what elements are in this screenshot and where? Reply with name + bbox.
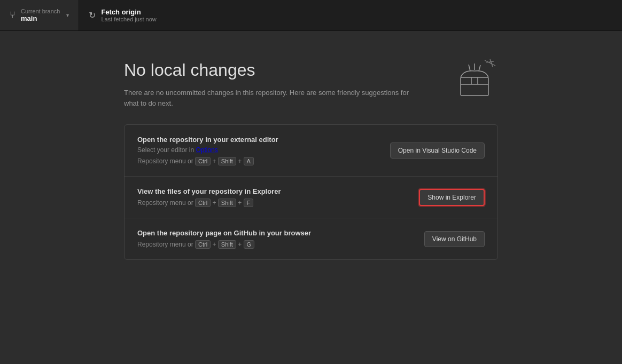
desc-text-1: There are no uncommitted changes in this… xyxy=(124,89,409,97)
fetch-info: Fetch origin Last fetched just now xyxy=(101,8,156,22)
key-ctrl-2: Ctrl xyxy=(195,199,211,207)
chevron-down-icon: ▾ xyxy=(66,12,69,18)
suggestion-1-shortcut: Repository menu or Ctrl + Shift + A xyxy=(137,157,379,165)
page-description: There are no uncommitted changes in this… xyxy=(124,88,413,108)
hint-1-prefix: Select your editor in xyxy=(137,146,196,154)
suggestion-3-shortcut: Repository menu or Ctrl + Shift + G xyxy=(137,240,414,249)
desc-text-2: what to do next. xyxy=(124,99,173,107)
suggestion-explorer: View the files of your repository in Exp… xyxy=(125,177,497,218)
fetch-origin-button[interactable]: ↻ Fetch origin Last fetched just now xyxy=(79,0,166,30)
suggestion-2-title: View the files of your repository in Exp… xyxy=(137,187,408,195)
repo-illustration xyxy=(450,55,498,103)
suggestion-3-title: Open the repository page on GitHub in yo… xyxy=(137,229,414,237)
content-wrapper: No local changes There are no uncommitte… xyxy=(124,60,498,260)
open-in-vscode-button[interactable]: Open in Visual Studio Code xyxy=(390,143,485,159)
branch-name: main xyxy=(21,14,60,22)
suggestion-2-info: View the files of your repository in Exp… xyxy=(137,187,408,207)
key-shift-3: Shift xyxy=(218,240,236,249)
branch-label: Current branch xyxy=(21,8,60,14)
svg-line-0 xyxy=(485,60,495,66)
options-link-1[interactable]: Options xyxy=(196,146,217,154)
header-text: No local changes There are no uncommitte… xyxy=(124,60,439,108)
suggestion-3-action: View on GitHub xyxy=(424,231,485,247)
key-ctrl-3: Ctrl xyxy=(195,240,211,249)
suggestion-3-info: Open the repository page on GitHub in yo… xyxy=(137,229,414,249)
suggestion-1-title: Open the repository in your external edi… xyxy=(137,136,379,144)
suggestion-1-info: Open the repository in your external edi… xyxy=(137,136,379,165)
key-shift-1: Shift xyxy=(218,157,236,165)
key-f: F xyxy=(244,199,254,207)
key-ctrl-1: Ctrl xyxy=(195,157,211,165)
suggestion-github: Open the repository page on GitHub in yo… xyxy=(125,218,497,259)
fetch-title: Fetch origin xyxy=(101,8,156,16)
key-a: A xyxy=(244,157,254,165)
refresh-icon: ↻ xyxy=(89,10,96,20)
suggestion-1-hint: Select your editor in Options xyxy=(137,146,379,154)
svg-line-9 xyxy=(479,65,480,71)
suggestion-external-editor: Open the repository in your external edi… xyxy=(125,125,497,177)
suggestion-1-action: Open in Visual Studio Code xyxy=(390,143,485,159)
key-g: G xyxy=(244,240,255,249)
suggestion-2-shortcut: Repository menu or Ctrl + Shift + F xyxy=(137,199,408,207)
view-on-github-button[interactable]: View on GitHub xyxy=(424,231,485,247)
topbar: ⑂ Current branch main ▾ ↻ Fetch origin L… xyxy=(0,0,622,31)
suggestions-list: Open the repository in your external edi… xyxy=(124,124,498,260)
key-shift-2: Shift xyxy=(218,199,236,207)
svg-rect-3 xyxy=(461,77,488,96)
header-area: No local changes There are no uncommitte… xyxy=(124,60,498,108)
suggestion-2-action: Show in Explorer xyxy=(419,189,485,206)
svg-line-7 xyxy=(469,65,470,71)
main-content: No local changes There are no uncommitte… xyxy=(0,31,622,260)
branch-icon: ⑂ xyxy=(10,10,15,21)
fetch-subtitle: Last fetched just now xyxy=(101,16,156,22)
show-in-explorer-button[interactable]: Show in Explorer xyxy=(419,189,485,206)
branch-info: Current branch main xyxy=(21,8,60,22)
page-title: No local changes xyxy=(124,60,439,80)
branch-selector[interactable]: ⑂ Current branch main ▾ xyxy=(0,0,79,30)
